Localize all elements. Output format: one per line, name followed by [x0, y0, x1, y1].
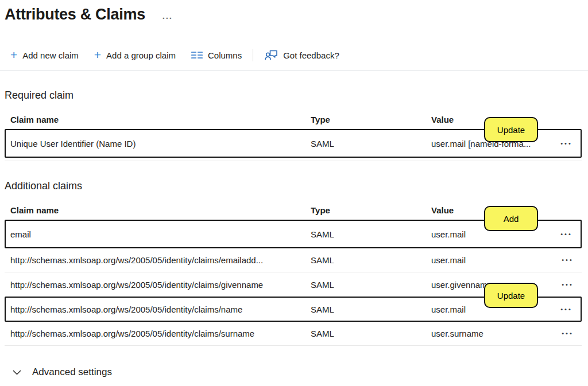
row-menu-icon[interactable]: •••	[560, 282, 574, 288]
annotation-callout-update-required: Update	[484, 117, 538, 142]
column-header-claim-name: Claim name	[10, 205, 311, 215]
row-menu-icon[interactable]: •••	[560, 330, 574, 337]
row-menu-icon[interactable]: •••	[559, 306, 572, 313]
page-title: Attributes & Claims	[5, 6, 145, 24]
columns-button[interactable]: Columns	[191, 50, 242, 60]
column-header-claim-name: Claim name	[10, 115, 311, 124]
type-cell: SAML	[311, 139, 431, 149]
add-group-claim-label: Add a group claim	[106, 50, 176, 60]
annotation-callout-add-email: Add	[484, 206, 538, 231]
command-bar: + Add new claim + Add a group claim Colu…	[10, 48, 588, 63]
more-ellipsis-icon[interactable]: ···	[163, 14, 173, 22]
plus-icon: +	[10, 50, 17, 60]
claim-name-cell: Unique User Identifier (Name ID)	[10, 139, 311, 149]
add-new-claim-button[interactable]: + Add new claim	[10, 50, 79, 60]
type-cell: SAML	[311, 229, 431, 239]
add-new-claim-label: Add new claim	[22, 50, 79, 60]
toolbar-rule	[0, 70, 588, 71]
required-claim-heading: Required claim	[5, 89, 588, 102]
plus-icon: +	[94, 50, 101, 60]
got-feedback-button[interactable]: Got feedback?	[265, 50, 339, 61]
got-feedback-label: Got feedback?	[283, 50, 339, 60]
table-row-surname[interactable]: http://schemas.xmlsoap.org/ws/2005/05/id…	[5, 322, 582, 346]
type-cell: SAML	[311, 280, 431, 290]
add-group-claim-button[interactable]: + Add a group claim	[94, 50, 176, 60]
page-header: Attributes & Claims ···	[0, 0, 588, 24]
annotation-callout-update-name: Update	[484, 283, 538, 308]
columns-icon	[191, 51, 203, 59]
additional-claims-heading: Additional claims	[5, 180, 588, 192]
attributes-claims-page: Attributes & Claims ··· + Add new claim …	[0, 0, 588, 386]
claim-name-cell: http://schemas.xmlsoap.org/ws/2005/05/id…	[10, 305, 311, 314]
type-cell: SAML	[311, 255, 431, 265]
feedback-icon	[265, 50, 278, 61]
claim-name-cell: email	[10, 229, 311, 239]
row-menu-icon[interactable]: •••	[560, 257, 574, 263]
toolbar-divider	[253, 49, 253, 61]
columns-label: Columns	[208, 50, 242, 60]
column-header-type: Type	[311, 115, 431, 124]
table-row-emailaddress[interactable]: http://schemas.xmlsoap.org/ws/2005/05/id…	[5, 248, 582, 272]
claim-name-cell: http://schemas.xmlsoap.org/ws/2005/05/id…	[10, 329, 311, 338]
type-cell: SAML	[311, 305, 431, 314]
claim-name-cell: http://schemas.xmlsoap.org/ws/2005/05/id…	[10, 255, 311, 265]
type-cell: SAML	[311, 329, 431, 338]
column-header-type: Type	[311, 205, 431, 215]
separator-line	[5, 161, 582, 161]
advanced-settings-label: Advanced settings	[32, 366, 112, 378]
claim-name-cell: http://schemas.xmlsoap.org/ws/2005/05/id…	[10, 280, 311, 290]
value-cell: user.mail	[431, 255, 552, 265]
row-menu-icon[interactable]: •••	[559, 231, 572, 237]
row-menu-icon[interactable]: •••	[559, 141, 572, 147]
value-cell: user.surname	[431, 329, 552, 338]
chevron-down-icon	[13, 370, 21, 375]
advanced-settings-toggle[interactable]: Advanced settings	[13, 366, 588, 378]
